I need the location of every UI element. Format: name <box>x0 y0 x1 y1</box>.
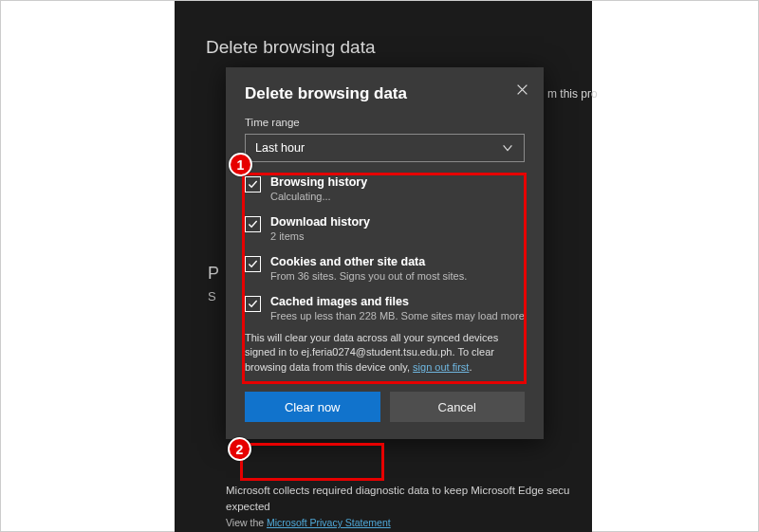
option-subtext: From 36 sites. Signs you out of most sit… <box>270 270 467 282</box>
dialog-button-row: Clear now Cancel <box>245 392 525 422</box>
privacy-link-line: View the Microsoft Privacy Statement <box>226 516 586 531</box>
option-title: Cookies and other site data <box>270 255 467 268</box>
delete-browsing-data-dialog: Delete browsing data Time range Last hou… <box>226 67 544 439</box>
option-title: Browsing history <box>270 175 367 189</box>
check-icon <box>248 179 258 190</box>
check-icon <box>248 299 258 309</box>
page-title: Delete browsing data <box>206 37 376 58</box>
bg-section-letter-p: P <box>208 264 219 284</box>
close-icon <box>516 83 528 96</box>
clear-now-button[interactable]: Clear now <box>245 392 380 422</box>
option-cookies[interactable]: Cookies and other site data From 36 site… <box>245 255 525 282</box>
checkbox-download-history[interactable] <box>245 216 261 232</box>
option-download-history[interactable]: Download history 2 items <box>245 215 525 242</box>
bg-right-text-fragment: m this pro <box>547 87 598 101</box>
option-subtext: Calculating... <box>270 191 367 202</box>
stage: Delete browsing data P S m this pro Micr… <box>0 0 759 532</box>
option-subtext: Frees up less than 228 MB. Some sites ma… <box>270 310 525 321</box>
checkbox-cookies[interactable] <box>245 256 261 272</box>
privacy-statement-link[interactable]: Microsoft Privacy Statement <box>267 517 391 528</box>
data-type-options: Browsing history Calculating... Download… <box>245 175 525 321</box>
checkbox-cached-images[interactable] <box>245 296 261 312</box>
privacy-disclosure-line1: Microsoft collects required diagnostic d… <box>226 483 586 499</box>
check-icon <box>248 259 258 269</box>
time-range-label: Time range <box>245 117 525 128</box>
sync-note: This will clear your data across all you… <box>245 331 525 375</box>
privacy-link-prefix: View the <box>226 517 267 528</box>
dialog-title: Delete browsing data <box>245 84 525 103</box>
time-range-value: Last hour <box>255 141 305 155</box>
option-cached-images[interactable]: Cached images and files Frees up less th… <box>245 295 525 321</box>
option-title: Download history <box>270 215 370 229</box>
option-title: Cached images and files <box>270 295 525 308</box>
sync-note-suffix: . <box>469 361 472 373</box>
sign-out-first-link[interactable]: sign out first <box>413 361 469 373</box>
chevron-down-icon <box>501 141 514 155</box>
checkbox-browsing-history[interactable] <box>245 176 261 193</box>
time-range-select[interactable]: Last hour <box>245 134 525 162</box>
privacy-disclosure-line2: expected <box>226 499 586 515</box>
option-browsing-history[interactable]: Browsing history Calculating... <box>245 175 525 202</box>
check-icon <box>248 219 258 229</box>
cancel-button[interactable]: Cancel <box>390 392 526 422</box>
close-button[interactable] <box>511 79 532 100</box>
option-subtext: 2 items <box>270 230 370 242</box>
bg-section-letter-s: S <box>208 289 216 303</box>
